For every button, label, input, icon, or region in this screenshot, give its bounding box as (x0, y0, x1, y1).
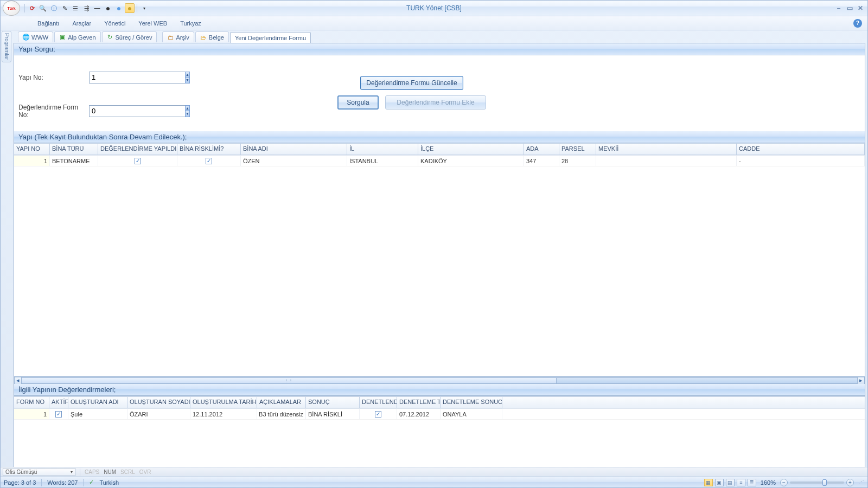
zoom-level[interactable]: 160% (761, 479, 776, 486)
tab-alp-geven[interactable]: ▣Alp Geven (54, 31, 100, 42)
col-bina-turu[interactable]: BİNA TÜRÜ (50, 144, 98, 155)
info-icon[interactable]: ⓘ (49, 3, 59, 13)
spin-down-icon[interactable]: ▼ (185, 111, 190, 117)
word-count[interactable]: Words: 207 (47, 479, 78, 486)
col-denetlendi[interactable]: DENETLENDİ (360, 397, 397, 408)
query-form: Yapı No: ▲▼ Değerlendirme Form No: ▲▼ De… (14, 55, 865, 131)
checkbox-checked-icon: ✓ (135, 158, 141, 164)
col-aktif[interactable]: AKTİF (49, 397, 68, 408)
spin-up-icon[interactable]: ▲ (185, 105, 190, 111)
title-bar: Türk ⟳ 🔍 ⓘ ✎ ☰ ⇶ — ● ● ● ▾ TURK Yönet [C… (1, 1, 867, 16)
zoom-thumb[interactable] (822, 479, 827, 486)
sorgula-button[interactable]: Sorgula (337, 95, 379, 110)
theme-selector[interactable]: Ofis Gümüşü▾ (3, 468, 75, 476)
col-mevkii[interactable]: MEVKİİ (596, 144, 737, 155)
grid2-body[interactable]: 1 ✓ Şule ÖZARI 12.11.2012 B3 türü düzens… (14, 408, 865, 468)
refresh-icon[interactable]: ⟳ (27, 3, 37, 13)
app-logo[interactable]: Türk (3, 1, 20, 16)
col-il[interactable]: İL (347, 144, 418, 155)
cell-bina-adi: ÖZEN (241, 156, 347, 166)
col-olusturan-adi[interactable]: OLUŞTURAN ADI (68, 397, 127, 408)
view-fullscreen-icon[interactable]: ▣ (715, 479, 724, 486)
view-print-layout-icon[interactable]: ▦ (704, 479, 713, 486)
tab-www[interactable]: 🌐WWW (18, 31, 53, 42)
list-icon[interactable]: ☰ (71, 3, 80, 13)
tab-surec-gorev[interactable]: ↻Süreç / Görev (102, 31, 157, 42)
page-indicator[interactable]: Page: 3 of 3 (4, 479, 36, 486)
tab-belge[interactable]: 🗁Belge (195, 31, 229, 42)
tree-icon[interactable]: ⇶ (81, 3, 91, 13)
cell-denetleme-tarihi: 07.12.2012 (397, 409, 441, 419)
document-tabs: 🌐WWW ▣Alp Geven ↻Süreç / Görev 🗀Arşiv 🗁B… (14, 30, 867, 42)
help-icon[interactable]: ? (853, 19, 862, 28)
view-web-icon[interactable]: ▤ (726, 479, 735, 486)
ekle-button[interactable]: Değerlendirme Formu Ekle (385, 95, 486, 110)
table-row[interactable]: 1 BETONARME ✓ ✓ ÖZEN İSTANBUL KADIKÖY 34… (14, 156, 865, 166)
menu-yonetici[interactable]: Yönetici (98, 18, 132, 29)
spellcheck-icon[interactable]: ✓ (89, 479, 94, 486)
minimize-button[interactable]: – (834, 4, 844, 12)
circle-dark-icon[interactable]: ● (103, 3, 113, 13)
cell-mevkii (596, 156, 737, 166)
tab-yeni-degerlendirme[interactable]: Yeni Değerlendirme Formu (230, 32, 311, 43)
table-row[interactable]: 1 ✓ Şule ÖZARI 12.11.2012 B3 türü düzens… (14, 409, 865, 420)
col-ada[interactable]: ADA (524, 144, 559, 155)
scroll-thumb[interactable]: ⋮⋮ (22, 378, 557, 383)
grid1-hscrollbar[interactable]: ◂ ⋮⋮ ▸ (14, 376, 865, 384)
yapi-no-input[interactable] (89, 72, 185, 84)
search-icon[interactable]: 🔍 (38, 3, 48, 13)
menu-yerel-web[interactable]: Yerel WEB (132, 18, 174, 29)
view-outline-icon[interactable]: ≡ (737, 479, 745, 486)
spin-up-icon[interactable]: ▲ (185, 72, 190, 78)
edit-icon[interactable]: ✎ (60, 3, 69, 13)
grid1-body[interactable]: 1 BETONARME ✓ ✓ ÖZEN İSTANBUL KADIKÖY 34… (14, 155, 865, 376)
scroll-left-icon[interactable]: ◂ (14, 377, 22, 384)
menu-turkyaz[interactable]: Turkyaz (174, 18, 208, 29)
grid1-header: Yapı (Tek Kayıt Bulunduktan Sonra Devam … (14, 131, 865, 143)
col-degerlendirme[interactable]: DEĞERLENDİRME YAPILDIMI (98, 144, 177, 155)
zoom-slider[interactable] (790, 481, 844, 484)
language-indicator[interactable]: Turkish (99, 479, 119, 486)
menu-araclar[interactable]: Araçlar (66, 18, 98, 29)
scroll-right-icon[interactable]: ▸ (857, 377, 865, 384)
qat-dropdown-icon[interactable]: ▾ (139, 3, 149, 13)
col-olusturulma-tarihi[interactable]: OLUŞTURULMA TARİHİ (190, 397, 257, 408)
cell-aciklamalar: B3 türü düzensiz (257, 409, 306, 419)
globe-blue-icon[interactable]: ● (114, 3, 124, 13)
col-denetleme-sonucu[interactable]: DENETLEME SONUCU (441, 397, 502, 408)
col-aciklamalar[interactable]: AÇIKLAMALAR (257, 397, 306, 408)
view-draft-icon[interactable]: ≣ (748, 479, 756, 486)
zoom-in-button[interactable]: + (846, 479, 854, 486)
guncelle-button[interactable]: Değerlendirme Formu Güncelle (360, 76, 463, 90)
cell-cadde: - (737, 156, 865, 166)
spin-down-icon[interactable]: ▼ (185, 77, 190, 84)
minus-icon[interactable]: — (92, 3, 102, 13)
tab-arsiv[interactable]: 🗀Arşiv (162, 31, 194, 42)
col-denetleme-tarihi[interactable]: DENETLEME TA (397, 397, 441, 408)
globe-gold-icon[interactable]: ● (125, 3, 135, 13)
resize-grip-icon[interactable]: ⋰ (858, 479, 864, 486)
col-ilce[interactable]: İLÇE (418, 144, 524, 155)
yapi-no-label: Yapı No: (18, 74, 89, 81)
user-icon: ▣ (59, 34, 66, 41)
col-yapi-no[interactable]: YAPI NO (14, 144, 50, 155)
zoom-out-button[interactable]: − (780, 479, 788, 486)
maximize-button[interactable]: ▭ (845, 4, 854, 12)
side-panel-tab[interactable]: Programlar (2, 31, 11, 62)
col-olusturan-soyadi[interactable]: OLUŞTURAN SOYADI (127, 397, 190, 408)
col-bina-adi[interactable]: BİNA ADI (241, 144, 347, 155)
form-no-input[interactable] (89, 105, 185, 117)
grid1-columns: YAPI NO BİNA TÜRÜ DEĞERLENDİRME YAPILDIM… (14, 143, 865, 155)
col-parsel[interactable]: PARSEL (559, 144, 596, 155)
quick-access-toolbar: ⟳ 🔍 ⓘ ✎ ☰ ⇶ — ● ● ● ▾ (23, 3, 149, 13)
col-form-no[interactable]: FORM NO (14, 397, 49, 408)
col-sonuc[interactable]: SONUÇ (306, 397, 360, 408)
scroll-track[interactable]: ⋮⋮ (22, 377, 857, 384)
outer-status-bar: Page: 3 of 3 Words: 207 ✓ Turkish ▦ ▣ ▤ … (1, 477, 867, 487)
tab-label: Alp Geven (68, 34, 95, 41)
chevron-down-icon: ▾ (71, 470, 73, 474)
menu-baglanti[interactable]: Bağlantı (31, 18, 66, 29)
close-button[interactable]: ✕ (856, 4, 865, 12)
col-cadde[interactable]: CADDE (737, 144, 865, 155)
col-riskli[interactable]: BİNA RİSKLİMİ? (177, 144, 241, 155)
